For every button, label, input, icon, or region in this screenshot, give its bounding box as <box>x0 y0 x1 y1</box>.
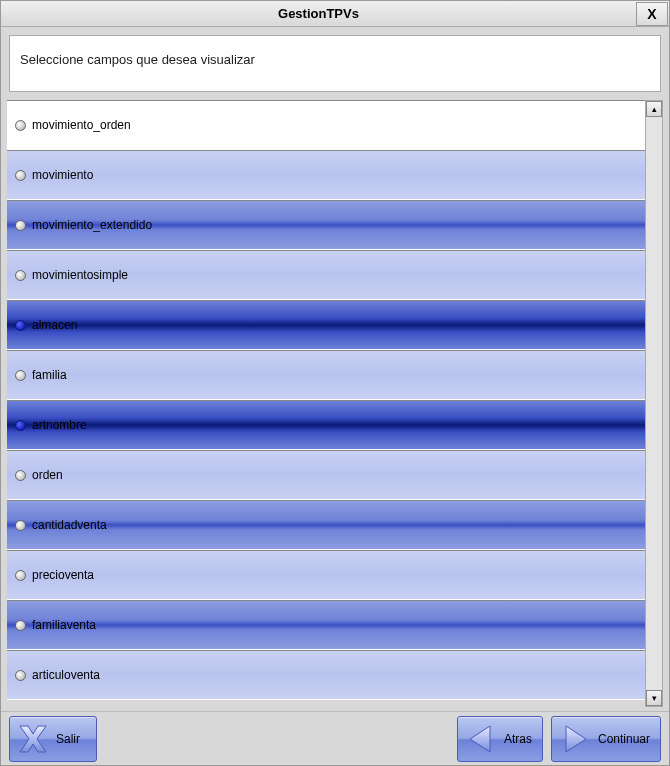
field-label: cantidadventa <box>32 518 107 532</box>
radio-icon[interactable] <box>15 120 26 131</box>
back-label: Atras <box>504 732 532 746</box>
radio-icon[interactable] <box>15 220 26 231</box>
next-button[interactable]: Continuar <box>551 716 661 762</box>
exit-icon <box>14 720 52 758</box>
scroll-up-button[interactable]: ▴ <box>646 101 662 117</box>
field-label: movimiento <box>32 168 93 182</box>
instruction-text: Seleccione campos que desea visualizar <box>20 52 255 67</box>
radio-icon[interactable] <box>15 320 26 331</box>
exit-button[interactable]: Salir <box>9 716 97 762</box>
scroll-track[interactable] <box>646 117 662 690</box>
field-row[interactable]: movimiento <box>7 150 645 200</box>
radio-icon[interactable] <box>15 520 26 531</box>
instruction-panel: Seleccione campos que desea visualizar <box>9 35 661 92</box>
field-row[interactable]: cantidadventa <box>7 500 645 550</box>
field-list-container: movimiento_ordenmovimientomovimiento_ext… <box>7 100 663 707</box>
field-label: movimientosimple <box>32 268 128 282</box>
next-icon <box>556 720 594 758</box>
close-button[interactable]: X <box>636 2 668 26</box>
radio-icon[interactable] <box>15 270 26 281</box>
field-row[interactable]: movimiento_extendido <box>7 200 645 250</box>
field-label: almacen <box>32 318 77 332</box>
radio-icon[interactable] <box>15 620 26 631</box>
footer-bar: Salir Atras <box>1 711 669 765</box>
field-row[interactable]: movimiento_orden <box>7 100 645 150</box>
field-row[interactable]: movimientosimple <box>7 250 645 300</box>
radio-icon[interactable] <box>15 170 26 181</box>
radio-icon[interactable] <box>15 420 26 431</box>
title-bar: GestionTPVs X <box>1 1 669 27</box>
next-label: Continuar <box>598 732 650 746</box>
radio-icon[interactable] <box>15 670 26 681</box>
radio-icon[interactable] <box>15 570 26 581</box>
scrollbar[interactable]: ▴ ▾ <box>645 100 663 707</box>
exit-label: Salir <box>56 732 80 746</box>
field-row[interactable]: familia <box>7 350 645 400</box>
app-window: GestionTPVs X Seleccione campos que dese… <box>0 0 670 766</box>
field-label: familia <box>32 368 67 382</box>
window-title: GestionTPVs <box>1 6 636 21</box>
radio-icon[interactable] <box>15 470 26 481</box>
field-row[interactable]: familiaventa <box>7 600 645 650</box>
field-label: movimiento_orden <box>32 118 131 132</box>
field-label: artnombre <box>32 418 87 432</box>
scroll-down-button[interactable]: ▾ <box>646 690 662 706</box>
back-button[interactable]: Atras <box>457 716 543 762</box>
field-row[interactable]: orden <box>7 450 645 500</box>
field-label: articuloventa <box>32 668 100 682</box>
field-row[interactable]: precioventa <box>7 550 645 600</box>
field-list: movimiento_ordenmovimientomovimiento_ext… <box>7 100 645 707</box>
field-row[interactable]: articuloventa <box>7 650 645 700</box>
field-label: orden <box>32 468 63 482</box>
field-label: familiaventa <box>32 618 96 632</box>
field-row[interactable]: artnombre <box>7 400 645 450</box>
field-row[interactable]: almacen <box>7 300 645 350</box>
field-label: precioventa <box>32 568 94 582</box>
back-icon <box>462 720 500 758</box>
radio-icon[interactable] <box>15 370 26 381</box>
field-label: movimiento_extendido <box>32 218 152 232</box>
